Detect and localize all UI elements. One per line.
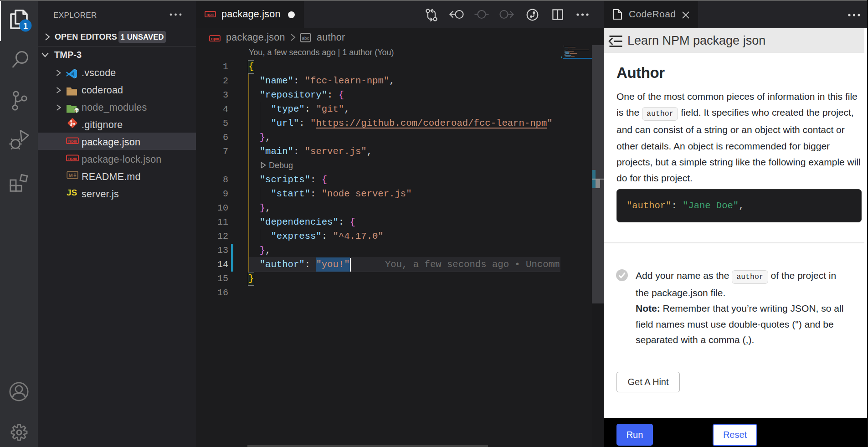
svg-text:js: js bbox=[74, 109, 79, 113]
svg-text:M: M bbox=[68, 173, 72, 178]
svg-text:npm: npm bbox=[206, 13, 215, 17]
svg-text:npm: npm bbox=[211, 37, 219, 41]
svg-text:npm: npm bbox=[68, 139, 77, 144]
svg-text:abc: abc bbox=[302, 36, 309, 41]
svg-text:1: 1 bbox=[23, 21, 28, 31]
svg-text:npm: npm bbox=[68, 156, 77, 161]
